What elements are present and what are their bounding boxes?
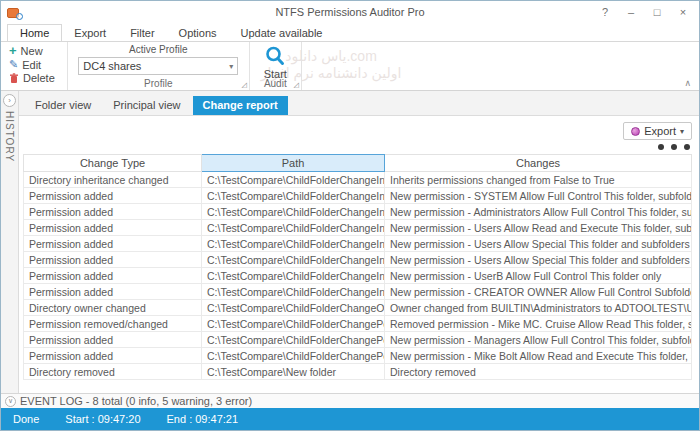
dot-icon xyxy=(671,144,677,150)
app-icon xyxy=(7,6,23,20)
start-audit-button[interactable]: Start xyxy=(256,43,295,80)
table-cell: C:\TestCompare\ChildFolderChangeInherita… xyxy=(202,204,385,220)
tab-principal-view[interactable]: Principal view xyxy=(103,96,190,115)
history-panel: › HISTORY xyxy=(1,91,19,393)
table-cell: Permission removed/changed xyxy=(24,316,202,332)
dialog-launcher-icon[interactable]: ◿ xyxy=(293,81,298,89)
chevron-down-icon: ▾ xyxy=(680,127,684,136)
table-cell: Inherits permissions changed from False … xyxy=(385,172,692,188)
table-body: Directory inheritance changedC:\TestComp… xyxy=(24,172,692,380)
table-cell: New permission - SYSTEM Allow Full Contr… xyxy=(385,188,692,204)
table-cell: Directory inheritance changed xyxy=(24,172,202,188)
table-row[interactable]: Permission addedC:\TestCompare\ChildFold… xyxy=(24,332,692,348)
new-profile-button[interactable]: + New xyxy=(7,45,57,57)
table-cell: C:\TestCompare\ChildFolderChangeInherita… xyxy=(202,236,385,252)
table-cell: C:\TestCompare\ChildFolderChangeInherita… xyxy=(202,172,385,188)
column-header-path[interactable]: Path xyxy=(202,155,385,172)
table-cell: C:\TestCompare\ChildFolderChangeOwner xyxy=(202,300,385,316)
delete-profile-button[interactable]: Delete xyxy=(7,72,57,84)
table-cell: C:\TestCompare\ChildFolderChangePermissi… xyxy=(202,316,385,332)
minimize-button[interactable]: – xyxy=(619,3,643,21)
table-cell: Permission added xyxy=(24,268,202,284)
table-row[interactable]: Directory removedC:\TestCompare\New fold… xyxy=(24,364,692,380)
chevron-down-icon[interactable]: ∨ xyxy=(5,396,16,407)
table-row[interactable]: Permission addedC:\TestCompare\ChildFold… xyxy=(24,252,692,268)
export-button[interactable]: Export ▾ xyxy=(623,122,692,140)
pencil-icon: ✎ xyxy=(9,58,18,71)
close-button[interactable]: × xyxy=(671,3,695,21)
expand-history-icon[interactable]: › xyxy=(3,94,16,107)
table-cell: New permission - Mike Bolt Allow Read an… xyxy=(385,348,692,364)
table-cell: C:\TestCompare\New folder xyxy=(202,364,385,380)
view-tab-strip: Folder view Principal view Change report xyxy=(19,91,699,115)
table-row[interactable]: Permission addedC:\TestCompare\ChildFold… xyxy=(24,220,692,236)
ribbon: یاس دانلود.com اولین دانشنامه نرم افزار … xyxy=(1,41,699,91)
table-cell: C:\TestCompare\ChildFolderChangePermissi… xyxy=(202,348,385,364)
table-cell: Removed permission - Mike MC. Cruise All… xyxy=(385,316,692,332)
history-panel-label: HISTORY xyxy=(4,111,15,162)
table-cell: Permission added xyxy=(24,236,202,252)
table-cell: C:\TestCompare\ChildFolderChangePermissi… xyxy=(202,332,385,348)
profile-buttons: + New ✎ Edit Delete xyxy=(1,42,68,90)
ribbon-tab-update[interactable]: Update available xyxy=(229,25,335,42)
collapse-ribbon-icon[interactable]: ∧ xyxy=(684,78,691,88)
tab-change-report[interactable]: Change report xyxy=(193,96,288,115)
table-header-row: Change Type Path Changes xyxy=(24,155,692,172)
edit-profile-button[interactable]: ✎ Edit xyxy=(7,58,57,71)
dot-icon xyxy=(658,144,664,150)
table-cell: Directory removed xyxy=(385,364,692,380)
table-row[interactable]: Permission addedC:\TestCompare\ChildFold… xyxy=(24,268,692,284)
profile-group-caption: Profile xyxy=(68,78,249,90)
app-window: NTFS Permissions Auditor Pro ? – □ × Hom… xyxy=(0,0,700,431)
audit-group: Start Audit ◿ xyxy=(250,42,302,90)
table-row[interactable]: Permission addedC:\TestCompare\ChildFold… xyxy=(24,236,692,252)
table-cell: Directory owner changed xyxy=(24,300,202,316)
table-row[interactable]: Directory inheritance changedC:\TestComp… xyxy=(24,172,692,188)
table-cell: New permission - Administrators Allow Fu… xyxy=(385,204,692,220)
table-row[interactable]: Permission addedC:\TestCompare\ChildFold… xyxy=(24,348,692,364)
ribbon-tab-strip: Home Export Filter Options Update availa… xyxy=(1,23,699,42)
column-header-changes[interactable]: Changes xyxy=(385,155,692,172)
event-log-bar[interactable]: ∨ EVENT LOG - 8 total (0 info, 5 warning… xyxy=(1,393,699,408)
change-report-table: Change Type Path Changes Directory inher… xyxy=(23,154,692,380)
ribbon-tab-filter[interactable]: Filter xyxy=(118,25,166,42)
trash-icon xyxy=(9,73,19,84)
table-cell: Permission added xyxy=(24,252,202,268)
help-button[interactable]: ? xyxy=(593,3,617,21)
plus-icon: + xyxy=(9,46,17,56)
table-cell: C:\TestCompare\ChildFolderChangeInherita… xyxy=(202,284,385,300)
export-icon xyxy=(631,127,640,136)
table-cell: Permission added xyxy=(24,284,202,300)
table-cell: New permission - Users Allow Read and Ex… xyxy=(385,220,692,236)
table-row[interactable]: Permission addedC:\TestCompare\ChildFold… xyxy=(24,188,692,204)
active-profile-label: Active Profile xyxy=(129,44,187,55)
ribbon-tab-export[interactable]: Export xyxy=(62,25,118,42)
table-row[interactable]: Permission addedC:\TestCompare\ChildFold… xyxy=(24,204,692,220)
event-log-summary: EVENT LOG - 8 total (0 info, 5 warning, … xyxy=(20,395,252,407)
status-start-time: Start : 09:47:20 xyxy=(65,413,140,425)
chevron-down-icon: ▾ xyxy=(229,62,233,71)
magnifier-icon xyxy=(264,45,286,67)
table-cell: C:\TestCompare\ChildFolderChangeInherita… xyxy=(202,220,385,236)
table-cell: New permission - Managers Allow Full Con… xyxy=(385,332,692,348)
maximize-button[interactable]: □ xyxy=(645,3,669,21)
table-cell: C:\TestCompare\ChildFolderChangeInherita… xyxy=(202,188,385,204)
table-row[interactable]: Directory owner changedC:\TestCompare\Ch… xyxy=(24,300,692,316)
ribbon-tab-home[interactable]: Home xyxy=(7,24,62,42)
table-row[interactable]: Permission removed/changedC:\TestCompare… xyxy=(24,316,692,332)
table-cell: New permission - Users Allow Special Thi… xyxy=(385,236,692,252)
dialog-launcher-icon[interactable]: ◿ xyxy=(241,81,246,89)
table-cell: C:\TestCompare\ChildFolderChangeInherita… xyxy=(202,268,385,284)
table-cell: Permission added xyxy=(24,348,202,364)
ribbon-tab-options[interactable]: Options xyxy=(167,25,229,42)
column-header-change-type[interactable]: Change Type xyxy=(24,155,202,172)
status-bar: Done Start : 09:47:20 End : 09:47:21 xyxy=(1,408,699,430)
dot-icon xyxy=(684,144,690,150)
table-row[interactable]: Permission addedC:\TestCompare\ChildFold… xyxy=(24,284,692,300)
active-profile-combo[interactable]: DC4 shares ▾ xyxy=(78,57,238,75)
table-cell: Directory removed xyxy=(24,364,202,380)
table-cell: Permission added xyxy=(24,188,202,204)
grid-options-dots[interactable] xyxy=(23,141,692,154)
status-state: Done xyxy=(13,413,39,425)
tab-folder-view[interactable]: Folder view xyxy=(25,96,101,115)
